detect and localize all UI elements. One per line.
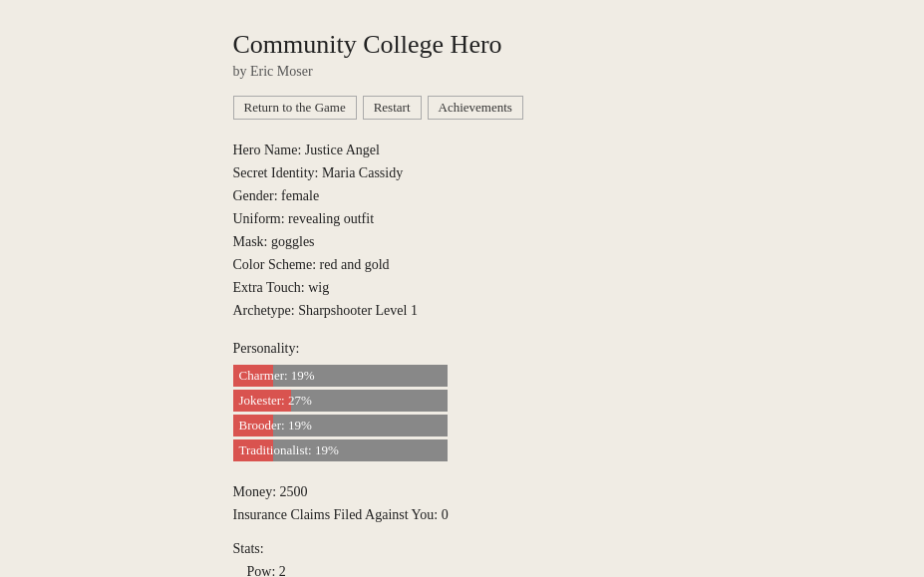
personality-bar-charmer: Charmer: 19%: [233, 365, 448, 387]
money-section: Money: 2500 Insurance Claims Filed Again…: [233, 481, 692, 525]
insurance-line: Insurance Claims Filed Against You: 0: [233, 504, 692, 525]
button-row: Return to the Game Restart Achievements: [233, 96, 692, 120]
personality-bar-jokester: Jokester: 27%: [233, 390, 448, 412]
bar-label-charmer: Charmer: 19%: [239, 368, 315, 384]
main-container: Community College Hero by Eric Moser Ret…: [213, 20, 712, 577]
stats-container: Pow: 2Zap: 7Thud: 3Whoosh: 5Shhh: 4Hmmm:…: [233, 561, 692, 577]
stats-section: Stats: Pow: 2Zap: 7Thud: 3Whoosh: 5Shhh:…: [233, 541, 692, 577]
stat-pow: Pow: 2: [247, 561, 692, 577]
personality-bar-brooder: Brooder: 19%: [233, 415, 448, 436]
return-button[interactable]: Return to the Game: [233, 96, 357, 120]
gender-line: Gender: female: [233, 185, 692, 206]
page-title: Community College Hero: [233, 30, 692, 60]
archetype-line: Archetype: Sharpshooter Level 1: [233, 300, 692, 321]
restart-button[interactable]: Restart: [363, 96, 422, 120]
author-label: by Eric Moser: [233, 64, 692, 80]
personality-label: Personality:: [233, 341, 692, 357]
extra-touch-line: Extra Touch: wig: [233, 277, 692, 298]
personality-bar-traditionalist: Traditionalist: 19%: [233, 439, 448, 461]
uniform-line: Uniform: revealing outfit: [233, 208, 692, 229]
stats-label: Stats:: [233, 541, 692, 557]
color-scheme-line: Color Scheme: red and gold: [233, 254, 692, 275]
hero-info-section: Hero Name: Justice Angel Secret Identity…: [233, 140, 692, 321]
money-line: Money: 2500: [233, 481, 692, 502]
bar-label-brooder: Brooder: 19%: [239, 418, 312, 433]
secret-identity-line: Secret Identity: Maria Cassidy: [233, 162, 692, 183]
hero-name-line: Hero Name: Justice Angel: [233, 140, 692, 160]
achievements-button[interactable]: Achievements: [428, 96, 523, 120]
personality-section: Personality: Charmer: 19%Jokester: 27%Br…: [233, 341, 692, 461]
bar-label-traditionalist: Traditionalist: 19%: [239, 442, 339, 458]
personality-bars: Charmer: 19%Jokester: 27%Brooder: 19%Tra…: [233, 365, 692, 461]
bar-label-jokester: Jokester: 27%: [239, 393, 312, 409]
mask-line: Mask: goggles: [233, 231, 692, 252]
